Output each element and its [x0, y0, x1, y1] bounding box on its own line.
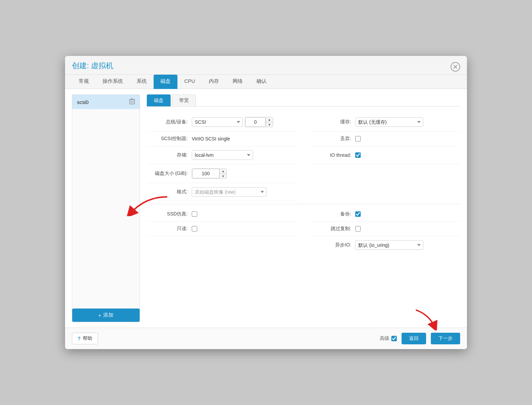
tab-memory[interactable]: 内存 — [202, 75, 226, 89]
skip-replication-row: 跳过复制: — [310, 222, 460, 236]
footer-right: 高级 返回 下一步 — [380, 333, 460, 344]
disk-size-spinbox: 100 ▲ ▼ — [192, 168, 227, 179]
discard-row: 丢弃: — [310, 132, 460, 146]
async-io-control: 默认 (io_uring) io_uring native threads — [355, 240, 460, 250]
storage-label: 存储: — [147, 152, 188, 158]
async-io-label: 异步IO: — [310, 242, 351, 248]
tab-confirm[interactable]: 确认 — [250, 75, 273, 89]
scsi-controller-row: SCSI控制器: VirtIO SCSI single — [147, 132, 297, 146]
help-label: 帮助 — [83, 335, 92, 342]
back-button[interactable]: 返回 — [402, 333, 426, 344]
disk-item-scsi0[interactable]: scsi0 — [72, 95, 140, 109]
help-icon: ? — [78, 336, 81, 341]
disk-item-label: scsi0 — [77, 99, 89, 105]
empty-row-3 — [147, 236, 297, 254]
async-io-row: 异步IO: 默认 (io_uring) io_uring native thre… — [310, 236, 460, 254]
backup-control — [355, 211, 460, 217]
io-thread-label: IO thread: — [310, 152, 351, 158]
tab-network[interactable]: 网络 — [226, 75, 250, 89]
cache-select[interactable]: 默认 (无缓存) 无 Write Through Write Back Writ… — [355, 117, 423, 127]
disk-size-up[interactable]: ▲ — [220, 169, 226, 174]
scsi-controller-value: VirtIO SCSI single — [192, 136, 297, 141]
discard-checkbox[interactable] — [355, 136, 361, 141]
backup-row: 备份: — [310, 207, 460, 222]
disk-sidebar: scsi0 + 添加 — [72, 94, 140, 322]
scsi-controller-text: VirtIO SCSI single — [192, 136, 230, 141]
help-button[interactable]: ? 帮助 — [72, 333, 98, 344]
tab-os[interactable]: 操作系统 — [96, 75, 130, 89]
backup-checkbox[interactable] — [355, 211, 361, 217]
readonly-control — [192, 226, 297, 231]
dialog-header: 创建: 虚拟机 — [65, 56, 467, 75]
skip-replication-label: 跳过复制: — [310, 226, 351, 232]
disk-form: 总线/设备: SCSI IDE VirtIO Block SATA 0 ▲ — [147, 113, 460, 254]
scsi-controller-label: SCSI控制器: — [147, 136, 188, 142]
bus-select[interactable]: SCSI IDE VirtIO Block SATA — [192, 117, 243, 127]
format-select[interactable]: 原始磁盘映像 (raw) — [192, 187, 267, 197]
tab-cpu[interactable]: CPU — [177, 75, 202, 89]
add-label: 添加 — [103, 312, 113, 318]
format-label: 格式: — [147, 189, 188, 195]
add-icon: + — [98, 312, 101, 318]
bus-device-row: 总线/设备: SCSI IDE VirtIO Block SATA 0 ▲ — [147, 113, 297, 132]
advanced-text: 高级 — [380, 335, 389, 342]
disk-subtabs: 磁盘 带宽 — [147, 94, 460, 107]
ssd-label: SSD仿真: — [147, 211, 188, 217]
subtab-bandwidth[interactable]: 带宽 — [172, 94, 196, 106]
storage-control: local-lvm local — [192, 150, 297, 160]
skip-replication-control — [355, 226, 460, 231]
disk-list: scsi0 — [72, 95, 140, 309]
backup-label: 备份: — [310, 211, 351, 217]
io-thread-control — [355, 152, 460, 158]
delete-disk-icon[interactable] — [129, 98, 135, 106]
disk-size-control: 100 ▲ ▼ — [192, 168, 297, 179]
storage-select[interactable]: local-lvm local — [192, 150, 253, 160]
async-io-select[interactable]: 默认 (io_uring) io_uring native threads — [355, 240, 423, 250]
empty-row-2 — [310, 183, 460, 201]
disk-size-down[interactable]: ▼ — [220, 174, 226, 178]
dialog-footer: ? 帮助 高级 返回 下一步 — [65, 328, 467, 349]
disk-size-label: 磁盘大小 (GiB): — [147, 170, 188, 177]
io-thread-row: IO thread: — [310, 146, 460, 164]
device-spinbox: 0 ▲ ▼ — [245, 117, 273, 127]
section-divider — [147, 204, 460, 204]
disk-size-row: 磁盘大小 (GiB): 100 ▲ ▼ — [147, 164, 297, 183]
io-thread-checkbox[interactable] — [355, 152, 361, 158]
readonly-checkbox[interactable] — [192, 226, 197, 231]
ssd-checkbox[interactable] — [192, 211, 197, 217]
dialog-title: 创建: 虚拟机 — [72, 61, 113, 74]
device-input[interactable]: 0 — [245, 117, 266, 127]
empty-row-1 — [310, 164, 460, 183]
discard-control — [355, 136, 460, 141]
create-vm-dialog: 创建: 虚拟机 常规 操作系统 系统 磁盘 CPU 内存 网络 确认 scsi0 — [65, 56, 467, 349]
add-disk-button[interactable]: + 添加 — [72, 309, 140, 322]
ssd-row: SSD仿真: — [147, 207, 297, 222]
cache-label: 缓存: — [310, 119, 351, 125]
tab-system[interactable]: 系统 — [130, 75, 154, 89]
cache-control: 默认 (无缓存) 无 Write Through Write Back Writ… — [355, 117, 460, 127]
advanced-checkbox[interactable] — [391, 336, 397, 341]
bus-device-control: SCSI IDE VirtIO Block SATA 0 ▲ ▼ — [192, 117, 297, 127]
main-tabs: 常规 操作系统 系统 磁盘 CPU 内存 网络 确认 — [65, 75, 467, 89]
dialog-body: scsi0 + 添加 磁盘 带宽 总线/设备 — [65, 89, 467, 328]
subtab-disk[interactable]: 磁盘 — [147, 94, 171, 106]
bus-device-label: 总线/设备: — [147, 119, 188, 125]
advanced-label[interactable]: 高级 — [380, 335, 397, 342]
skip-replication-checkbox[interactable] — [355, 226, 361, 231]
storage-row: 存储: local-lvm local — [147, 146, 297, 164]
close-button[interactable] — [451, 62, 460, 72]
svg-rect-2 — [130, 100, 135, 104]
disk-config: 磁盘 带宽 总线/设备: SCSI IDE VirtIO Block SATA — [147, 94, 460, 322]
ssd-control — [192, 211, 297, 217]
format-row: 格式: 原始磁盘映像 (raw) — [147, 183, 297, 201]
device-up[interactable]: ▲ — [266, 117, 273, 122]
cache-row: 缓存: 默认 (无缓存) 无 Write Through Write Back … — [310, 113, 460, 132]
readonly-label: 只读: — [147, 226, 188, 232]
readonly-row: 只读: — [147, 222, 297, 236]
tab-general[interactable]: 常规 — [72, 75, 96, 89]
device-down[interactable]: ▼ — [266, 122, 273, 127]
disk-size-input[interactable]: 100 — [192, 169, 219, 178]
discard-label: 丢弃: — [310, 136, 351, 142]
next-button[interactable]: 下一步 — [431, 333, 460, 344]
tab-disk[interactable]: 磁盘 — [154, 75, 177, 89]
